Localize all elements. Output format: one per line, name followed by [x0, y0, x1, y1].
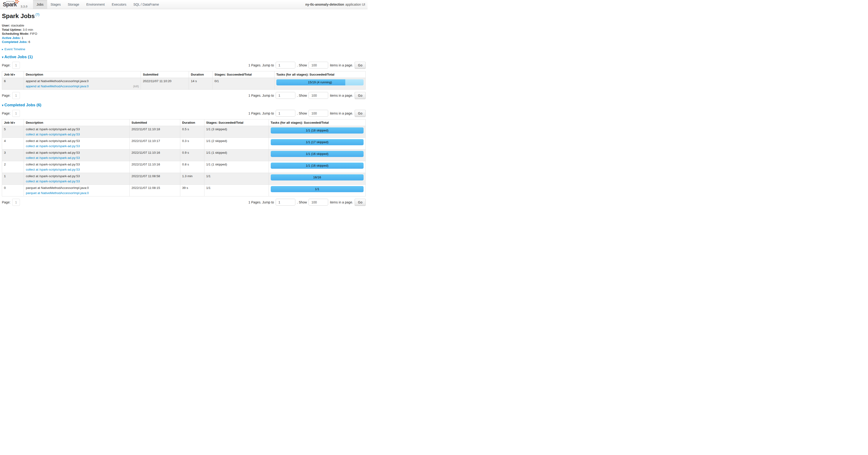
summary-active-jobs: Active Jobs: 1 — [2, 36, 366, 40]
tab-storage[interactable]: Storage — [64, 0, 83, 9]
column-header-submitted[interactable]: Submitted — [129, 119, 180, 126]
description-cell: append at NativeMethodAccessorImpl.java:… — [24, 78, 141, 89]
active-table-pagination-bottom: Page: 1 1 Pages. Jump to . Show items in… — [2, 92, 366, 99]
tasks-cell: 16/16 — [269, 173, 366, 184]
table-row: 2 collect at /spark-scripts/spark-ad.py:… — [2, 161, 366, 173]
description-cell: collect at /spark-scripts/spark-ad.py:53… — [24, 126, 130, 138]
help-tooltip-link[interactable]: (?) — [35, 13, 39, 17]
job-detail-link[interactable]: append at NativeMethodAccessorImpl.java:… — [26, 84, 89, 88]
column-header-tasks[interactable]: Tasks (for all stages): Succeeded/Total — [274, 71, 366, 78]
page-indicator[interactable]: 1 — [12, 62, 20, 69]
tab-environment[interactable]: Environment — [83, 0, 108, 9]
table-row: 3 collect at /spark-scripts/spark-ad.py:… — [2, 149, 366, 161]
column-header-job-id[interactable]: Job Id▾ — [2, 71, 24, 78]
column-header-tasks[interactable]: Tasks (for all stages): Succeeded/Total — [269, 119, 366, 126]
table-row: 6 append at NativeMethodAccessorImpl.jav… — [2, 78, 366, 89]
tasks-progress-bar: 15/19 (4 running) — [276, 79, 364, 85]
description-cell: parquet at NativeMethodAccessorImpl.java… — [24, 184, 130, 196]
completed-jobs-link[interactable]: Completed Jobs: — [2, 40, 28, 44]
tasks-progress-bar: 1/1 (18 skipped) — [271, 127, 364, 134]
job-id-cell: 5 — [2, 126, 24, 138]
column-header-job-id[interactable]: Job Id▾ — [2, 119, 24, 126]
table-row: 5 collect at /spark-scripts/spark-ad.py:… — [2, 126, 366, 138]
tab-jobs[interactable]: Jobs — [33, 0, 47, 9]
pages-jump-text: 1 Pages. Jump to — [248, 200, 274, 204]
completed-table-header-row: Job Id▾ Description Submitted Duration S… — [2, 119, 366, 126]
show-items-input[interactable] — [308, 92, 328, 99]
job-detail-link[interactable]: collect at /spark-scripts/spark-ad.py:53 — [26, 133, 80, 136]
tasks-cell: 1/1 (17 skipped) — [269, 138, 366, 149]
job-detail-link[interactable]: collect at /spark-scripts/spark-ad.py:53 — [26, 168, 80, 171]
completed-table-pagination-top: Page: 1 1 Pages. Jump to . Show items in… — [2, 110, 366, 117]
page-label: Page: — [2, 94, 10, 97]
active-table-header-row: Job Id▾ Description Submitted Duration S… — [2, 71, 366, 78]
stages-cell: 1/1 (2 skipped) — [204, 138, 269, 149]
job-detail-link[interactable]: collect at /spark-scripts/spark-ad.py:53 — [26, 156, 80, 160]
stages-cell: 0/1 — [213, 78, 275, 89]
submitted-cell: 2022/11/07 11:10:17 — [129, 138, 180, 149]
column-header-duration[interactable]: Duration — [180, 119, 204, 126]
kill-job-link[interactable]: (kill) — [133, 84, 139, 88]
page-indicator[interactable]: 1 — [12, 110, 20, 117]
duration-cell: 39 s — [180, 184, 204, 196]
jump-to-page-input[interactable] — [276, 92, 296, 99]
stages-cell: 1/1 — [204, 173, 269, 184]
active-jobs-section-header[interactable]: ▾Active Jobs (1) — [2, 55, 366, 59]
summary-uptime: Total Uptime: 3.0 min — [2, 28, 366, 32]
pages-jump-text: 1 Pages. Jump to — [248, 94, 274, 97]
jump-to-page-input[interactable] — [276, 110, 296, 117]
job-id-cell: 6 — [2, 78, 24, 89]
submitted-cell: 2022/11/07 11:10:16 — [129, 161, 180, 173]
tasks-progress-bar: 16/16 — [271, 174, 364, 180]
active-table-pagination-top: Page: 1 1 Pages. Jump to . Show items in… — [2, 62, 366, 69]
completed-table-pagination-bottom: Page: 1 1 Pages. Jump to . Show items in… — [2, 199, 366, 206]
duration-cell: 14 s — [189, 78, 213, 89]
column-header-description[interactable]: Description — [24, 71, 141, 78]
duration-cell: 0.9 s — [180, 149, 204, 161]
table-row: 1 collect at /spark-scripts/spark-ad.py:… — [2, 173, 366, 184]
show-items-input[interactable] — [308, 199, 328, 205]
page-indicator[interactable]: 1 — [12, 199, 20, 206]
tab-executors[interactable]: Executors — [108, 0, 130, 9]
column-header-description[interactable]: Description — [24, 119, 130, 126]
show-items-input[interactable] — [308, 62, 328, 68]
column-header-stages[interactable]: Stages: Succeeded/Total — [213, 71, 275, 78]
job-id-cell: 0 — [2, 184, 24, 196]
tasks-progress-bar: 1/1 (16 skipped) — [271, 151, 364, 157]
page-title: Spark Jobs(?) — [2, 12, 366, 20]
tasks-cell: 1/1 — [269, 184, 366, 196]
tasks-progress-bar: 1/1 (16 skipped) — [271, 163, 364, 169]
job-detail-link[interactable]: collect at /spark-scripts/spark-ad.py:53 — [26, 179, 80, 183]
summary-completed-jobs: Completed Jobs: 6 — [2, 40, 366, 44]
event-timeline-toggle[interactable]: ▸Event Timeline — [2, 48, 366, 51]
duration-cell: 0.5 s — [180, 126, 204, 138]
show-items-input[interactable] — [308, 110, 328, 117]
description-cell: collect at /spark-scripts/spark-ad.py:53… — [24, 161, 130, 173]
spark-version: 3.3.0 — [21, 5, 27, 8]
top-navbar: APACHE Spark ☆ 3.3.0 Jobs Stages Storage… — [0, 0, 368, 9]
tab-sql-dataframe[interactable]: SQL / DataFrame — [130, 0, 162, 9]
completed-jobs-section-header[interactable]: ▾Completed Jobs (6) — [2, 103, 366, 108]
page-indicator[interactable]: 1 — [12, 92, 20, 99]
job-detail-link[interactable]: parquet at NativeMethodAccessorImpl.java… — [26, 191, 89, 195]
go-button[interactable]: Go — [355, 62, 366, 69]
job-detail-link[interactable]: collect at /spark-scripts/spark-ad.py:53 — [26, 144, 80, 148]
show-text: . Show — [297, 94, 307, 97]
table-row: 0 parquet at NativeMethodAccessorImpl.ja… — [2, 184, 366, 196]
column-header-submitted[interactable]: Submitted — [141, 71, 189, 78]
chevron-down-icon: ▾ — [2, 104, 3, 107]
summary-scheduling-mode: Scheduling Mode: FIFO — [2, 32, 366, 36]
stages-cell: 1/1 (1 skipped) — [204, 161, 269, 173]
jump-to-page-input[interactable] — [276, 199, 296, 205]
active-jobs-link[interactable]: Active Jobs: — [2, 36, 21, 40]
stages-cell: 1/1 — [204, 184, 269, 196]
jump-to-page-input[interactable] — [276, 62, 296, 68]
page-label: Page: — [2, 111, 10, 115]
tab-stages[interactable]: Stages — [47, 0, 64, 9]
go-button[interactable]: Go — [355, 199, 366, 206]
go-button[interactable]: Go — [355, 110, 366, 117]
column-header-duration[interactable]: Duration — [189, 71, 213, 78]
go-button[interactable]: Go — [355, 92, 366, 99]
column-header-stages[interactable]: Stages: Succeeded/Total — [204, 119, 269, 126]
items-text: items in a page. — [330, 94, 353, 97]
